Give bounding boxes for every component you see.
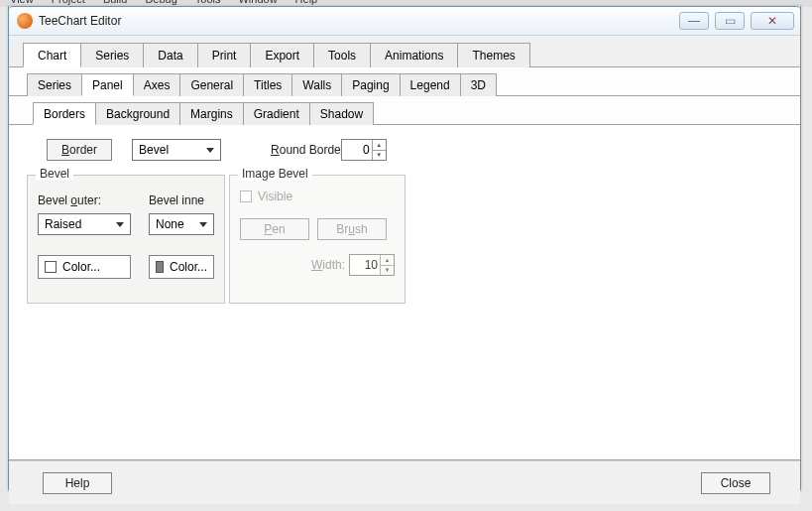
- tabs-sub: Series Panel Axes General Titles Walls P…: [9, 67, 800, 96]
- tab-sub-paging[interactable]: Paging: [341, 73, 400, 96]
- teechart-editor-dialog: TeeChart Editor — ▭ ✕ Chart Series Data …: [8, 6, 801, 492]
- tab-tools[interactable]: Tools: [313, 43, 371, 67]
- tab-background[interactable]: Background: [95, 102, 180, 125]
- round-border-spinner[interactable]: ▲▼: [341, 139, 387, 161]
- tab-gradient[interactable]: Gradient: [243, 102, 310, 125]
- tab-margins[interactable]: Margins: [179, 102, 244, 125]
- image-visible-checkbox[interactable]: Visible: [240, 190, 292, 203]
- round-border-label: Round Borde: [271, 143, 341, 157]
- color-swatch-icon: [45, 261, 57, 273]
- content-area: Border Bevel Round Borde ▲▼ Bevel Bevel …: [9, 125, 800, 460]
- spin-up-icon: ▲: [373, 140, 386, 151]
- checkbox-box-icon: [240, 191, 252, 202]
- tab-sub-legend[interactable]: Legend: [400, 73, 461, 96]
- titlebar: TeeChart Editor — ▭ ✕: [9, 6, 800, 36]
- bevel-inner-color-button[interactable]: Color...: [149, 255, 214, 279]
- tab-sub-panel[interactable]: Panel: [81, 73, 134, 96]
- spin-up-icon: ▲: [381, 255, 394, 266]
- round-border-value[interactable]: [342, 140, 372, 160]
- bevel-outer-color-button[interactable]: Color...: [38, 255, 131, 279]
- bevel-dropdown[interactable]: Bevel: [132, 139, 221, 161]
- border-button[interactable]: Border: [47, 139, 112, 161]
- tab-series[interactable]: Series: [80, 43, 144, 67]
- width-value[interactable]: [350, 255, 380, 275]
- dialog-footer: Help Close: [9, 460, 800, 504]
- bevel-group: Bevel Bevel outer: Raised Color... Bevel…: [27, 175, 225, 304]
- tab-themes[interactable]: Themes: [457, 43, 529, 67]
- pen-button[interactable]: Pen: [240, 218, 309, 240]
- bevel-outer-label: Bevel outer:: [38, 193, 131, 207]
- tab-chart[interactable]: Chart: [23, 43, 81, 67]
- tab-animations[interactable]: Animations: [370, 43, 458, 67]
- image-bevel-legend: Image Bevel: [238, 167, 312, 181]
- tab-sub-series[interactable]: Series: [27, 73, 82, 96]
- minimize-button[interactable]: —: [679, 12, 709, 30]
- tab-borders[interactable]: Borders: [33, 102, 96, 125]
- tab-print[interactable]: Print: [197, 43, 252, 67]
- tab-shadow[interactable]: Shadow: [309, 102, 374, 125]
- tab-export[interactable]: Export: [250, 43, 314, 67]
- tab-sub-walls[interactable]: Walls: [291, 73, 342, 96]
- tab-sub-axes[interactable]: Axes: [133, 73, 181, 96]
- bevel-outer-dropdown[interactable]: Raised: [38, 213, 131, 235]
- close-dialog-button[interactable]: Close: [701, 472, 770, 494]
- brush-button[interactable]: Brush: [317, 218, 387, 240]
- tab-sub-3d[interactable]: 3D: [460, 73, 497, 96]
- app-icon: [17, 13, 33, 29]
- close-button[interactable]: ✕: [751, 12, 794, 30]
- width-label: Width:: [311, 258, 345, 272]
- bevel-inner-dropdown[interactable]: None: [149, 213, 214, 235]
- color-swatch-icon: [156, 261, 164, 273]
- spin-down-icon: ▼: [373, 151, 386, 161]
- image-visible-label: Visible: [258, 190, 292, 203]
- tab-sub-general[interactable]: General: [179, 73, 244, 96]
- bevel-legend: Bevel: [36, 167, 73, 181]
- help-button[interactable]: Help: [43, 472, 112, 494]
- width-spinner[interactable]: ▲▼: [349, 254, 395, 276]
- tabs-sub2: Borders Background Margins Gradient Shad…: [9, 96, 800, 125]
- tabs-main: Chart Series Data Print Export Tools Ani…: [9, 36, 800, 67]
- bevel-inner-label: Bevel inne: [149, 193, 214, 207]
- image-bevel-group: Image Bevel Visible Pen Brush Width: ▲▼: [229, 175, 406, 304]
- maximize-button[interactable]: ▭: [715, 12, 745, 30]
- tab-data[interactable]: Data: [143, 43, 197, 67]
- spin-down-icon: ▼: [381, 266, 394, 276]
- tab-sub-titles[interactable]: Titles: [243, 73, 292, 96]
- window-title: TeeChart Editor: [39, 14, 121, 28]
